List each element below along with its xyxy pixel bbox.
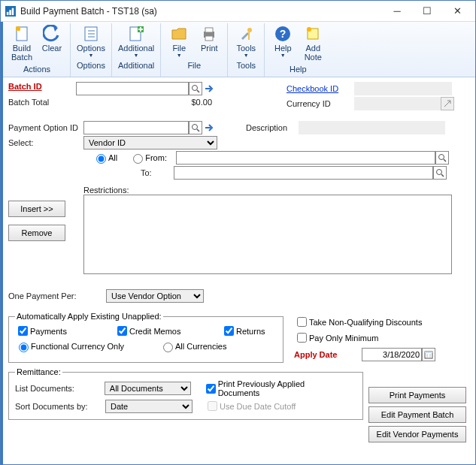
svg-line-23	[197, 90, 199, 92]
minimize-button[interactable]: ─	[382, 2, 412, 20]
document-new-icon	[13, 25, 31, 43]
credit-memos-checkbox[interactable]: Credit Memos	[114, 324, 212, 338]
svg-point-24	[193, 125, 198, 130]
from-lookup-button[interactable]	[435, 151, 449, 165]
auto-apply-legend: Automatically Apply Existing Unapplied:	[15, 312, 163, 321]
ribbon-group-label: Actions	[23, 65, 50, 75]
returns-checkbox[interactable]: Returns	[221, 324, 265, 338]
take-nonqualifying-checkbox[interactable]: Take Non-Qualifying Discounts	[294, 315, 426, 329]
restrictions-label: Restrictions:	[83, 186, 452, 195]
svg-rect-0	[7, 11, 9, 14]
one-payment-per-dropdown[interactable]: Use Vendor Option	[106, 289, 204, 303]
svg-point-4	[16, 26, 20, 31]
payment-option-id-label: Payment Option ID	[8, 123, 83, 132]
svg-rect-1	[9, 10, 11, 15]
help-button[interactable]: ? Help ▼	[268, 23, 298, 63]
svg-point-22	[193, 86, 198, 91]
payment-option-id-input[interactable]	[83, 121, 189, 134]
file-button[interactable]: File ▼	[164, 23, 194, 59]
svg-rect-15	[205, 36, 213, 41]
build-batch-button[interactable]: Build Batch	[7, 23, 37, 63]
batch-id-input[interactable]	[76, 82, 189, 95]
description-label: Description	[246, 123, 299, 132]
currency-id-label: Currency ID	[287, 99, 354, 108]
print-previously-applied-checkbox[interactable]: Print Previously Applied Documents	[203, 379, 347, 397]
sort-documents-label: Sort Documents by:	[15, 402, 105, 411]
all-radio[interactable]: All	[92, 152, 117, 164]
print-payments-button[interactable]: Print Payments	[368, 387, 466, 403]
currency-expand-button[interactable]	[441, 97, 454, 110]
clear-button[interactable]: Clear	[37, 23, 67, 63]
list-documents-dropdown[interactable]: All Documents	[105, 382, 191, 395]
svg-text:?: ?	[280, 28, 287, 40]
ribbon-group-label: Additional	[118, 61, 154, 71]
sort-documents-dropdown[interactable]: Date	[105, 400, 193, 413]
svg-rect-17	[248, 32, 250, 40]
checklist-icon	[82, 25, 100, 43]
options-button[interactable]: Options ▼	[74, 23, 108, 59]
select-label: Select:	[8, 138, 83, 147]
payments-checkbox[interactable]: Payments	[15, 324, 105, 338]
payment-option-go-button[interactable]	[202, 121, 216, 134]
apply-date-calendar-button[interactable]	[422, 348, 435, 361]
window: Build Payment Batch - TST18 (sa) ─ ☐ ✕ B…	[0, 0, 476, 465]
all-currencies-radio[interactable]: All Currencies	[159, 340, 226, 352]
edit-payment-batch-button[interactable]: Edit Payment Batch	[368, 406, 466, 423]
calendar-icon	[424, 350, 433, 359]
help-icon: ?	[274, 25, 292, 43]
close-button[interactable]: ✕	[442, 2, 472, 20]
maximize-button[interactable]: ☐	[412, 2, 442, 20]
chevron-down-icon: ▼	[134, 53, 139, 58]
to-input[interactable]	[174, 166, 433, 180]
batch-id-go-button[interactable]	[202, 82, 216, 95]
app-icon	[5, 6, 16, 17]
apply-date-label: Apply Date	[294, 350, 362, 359]
printer-icon	[200, 25, 218, 43]
ribbon-group-additional: Additional ▼ Additional	[112, 23, 161, 77]
window-title: Build Payment Batch - TST18 (sa)	[20, 6, 382, 17]
remittance-group: Remittance: List Documents: All Document…	[8, 367, 363, 420]
payment-option-lookup-button[interactable]	[189, 121, 202, 134]
insert-button[interactable]: Insert >>	[8, 201, 65, 217]
ribbon-group-actions: Build Batch Clear Actions	[4, 23, 71, 77]
ribbon-group-tools: Tools ▼ Tools	[228, 23, 265, 77]
svg-line-27	[444, 159, 446, 162]
list-documents-label: List Documents:	[15, 384, 105, 393]
svg-point-16	[247, 28, 252, 32]
form-body: Batch ID Batch Total $0.00 Checkbook ID …	[1, 77, 475, 453]
print-button[interactable]: Print	[194, 23, 224, 59]
svg-line-29	[441, 174, 444, 177]
auto-apply-group: Automatically Apply Existing Unapplied: …	[8, 312, 283, 363]
restrictions-list[interactable]	[83, 195, 452, 274]
ribbon-group-label: Help	[290, 65, 307, 75]
svg-rect-14	[205, 28, 213, 32]
from-input[interactable]	[176, 151, 435, 165]
edit-vendor-payments-button[interactable]: Edit Vendor Payments	[368, 426, 466, 442]
functional-currency-radio[interactable]: Functional Currency Only	[15, 340, 150, 352]
ribbon-group-file: File ▼ Print File	[161, 23, 228, 77]
use-due-date-cutoff-checkbox: Use Due Date Cutoff	[205, 399, 296, 413]
currency-id-value	[354, 97, 441, 110]
remittance-legend: Remittance:	[15, 367, 62, 376]
ribbon-group-label: File	[187, 61, 201, 71]
title-bar: Build Payment Batch - TST18 (sa) ─ ☐ ✕	[1, 1, 475, 22]
add-note-button[interactable]: Add Note	[298, 23, 328, 63]
chevron-down-icon: ▼	[177, 53, 182, 58]
pay-only-minimum-checkbox[interactable]: Pay Only Minimum	[294, 331, 426, 345]
apply-date-input[interactable]	[362, 348, 422, 361]
select-dropdown[interactable]: Vendor ID	[83, 136, 217, 149]
batch-id-lookup-button[interactable]	[189, 82, 202, 95]
arrow-right-icon	[204, 122, 214, 133]
arrow-right-icon	[204, 83, 214, 94]
checkbook-id-label[interactable]: Checkbook ID	[287, 84, 354, 93]
batch-id-label[interactable]: Batch ID	[8, 82, 76, 95]
from-radio[interactable]: From:	[129, 152, 167, 164]
to-lookup-button[interactable]	[433, 166, 447, 180]
one-payment-per-label: One Payment Per:	[8, 291, 106, 300]
chevron-down-icon: ▼	[244, 53, 249, 58]
remove-button[interactable]: Remove	[8, 225, 65, 241]
tools-button[interactable]: Tools ▼	[231, 23, 261, 59]
additional-button[interactable]: Additional ▼	[115, 23, 157, 59]
note-new-icon	[304, 25, 322, 43]
tools-icon	[237, 25, 255, 43]
